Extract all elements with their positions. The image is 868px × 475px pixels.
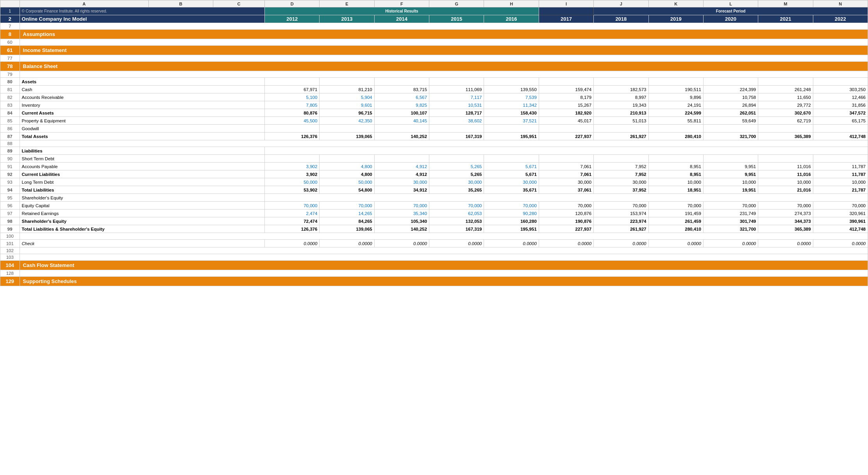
- ta-d: 126,376: [265, 133, 320, 140]
- ltd-label: Long Term Debt: [20, 178, 264, 186]
- row-85-ppe: 85 Property & Equipment 45,500 42,350 40…: [0, 117, 868, 125]
- cash-k: 190,511: [648, 86, 703, 93]
- tl-i: 37,061: [539, 186, 593, 194]
- row-num-94: 94: [0, 186, 20, 194]
- cash-h: 139,550: [484, 86, 539, 93]
- year-2020: 2020: [703, 15, 758, 23]
- current-assets-label: Current Assets: [20, 109, 264, 117]
- ar-e: 5,904: [320, 93, 374, 101]
- ca-n: 347,572: [813, 109, 868, 117]
- forecast-header: Forecast Period: [594, 7, 868, 15]
- year-2012: 2012: [265, 15, 320, 23]
- row-num-98: 98: [0, 217, 20, 225]
- assets-label: Assets: [20, 78, 264, 86]
- ec-j: 70,000: [594, 202, 648, 210]
- ar-m: 11,650: [758, 93, 813, 101]
- ap-k: 8,951: [648, 163, 703, 170]
- check-i: 0.0000: [539, 240, 593, 247]
- row-128: 128: [0, 270, 868, 277]
- spreadsheet: A B C D E F G H I J K L M N 1 © Corporat…: [0, 0, 868, 286]
- year-2013: 2013: [320, 15, 374, 23]
- year-2022: 2022: [813, 15, 868, 23]
- row-92-cl: 92 Current Liabilities 3,902 4,800 4,912…: [0, 170, 868, 178]
- cl-n: 11,787: [813, 170, 868, 178]
- row-96-ec: 96 Equity Capital 70,000 70,000 70,000 7…: [0, 202, 868, 210]
- row-num-77: 77: [0, 55, 20, 62]
- row-82-ar: 82 Accounts Receivable 5,100 5,904 6,567…: [0, 93, 868, 101]
- ta-j: 261,927: [594, 133, 648, 140]
- ltd-h: 30,000: [484, 178, 539, 186]
- year-2017: 2017: [539, 15, 593, 23]
- year-2015: 2015: [429, 15, 484, 23]
- row-60: 60: [0, 39, 868, 46]
- row-79: 79: [0, 71, 868, 78]
- cash-d: 67,971: [265, 86, 320, 93]
- ppe-d: 45,500: [265, 117, 320, 125]
- cashflow-header: Cash Flow Statement: [20, 261, 868, 270]
- she-i: 190,876: [539, 217, 593, 225]
- row-num-104: 104: [0, 261, 20, 270]
- ca-g: 128,717: [429, 109, 484, 117]
- check-e: 0.0000: [320, 240, 374, 247]
- ec-e: 70,000: [320, 202, 374, 210]
- re-n: 320,961: [813, 210, 868, 217]
- cl-k: 8,951: [648, 170, 703, 178]
- row-81-cash: 81 Cash 67,971 81,210 83,715 111,069 139…: [0, 86, 868, 93]
- ltd-e: 50,000: [320, 178, 374, 186]
- row-num-1: 1: [0, 7, 20, 15]
- ppe-n: 65,175: [813, 117, 868, 125]
- cash-g: 111,069: [429, 86, 484, 93]
- ap-f: 4,912: [374, 163, 429, 170]
- inv-f: 9,825: [374, 101, 429, 109]
- check-k: 0.0000: [648, 240, 703, 247]
- goodwill-label: Goodwill: [20, 125, 264, 133]
- ar-j: 8,997: [594, 93, 648, 101]
- row-num-103: 103: [0, 254, 20, 261]
- row-num-61: 61: [0, 46, 20, 55]
- ltd-i: 30,000: [539, 178, 593, 186]
- she-label: Shareholder's Equity: [20, 217, 264, 225]
- col-f-header: F: [374, 0, 429, 7]
- cash-n: 303,250: [813, 86, 868, 93]
- year-2016: 2016: [484, 15, 539, 23]
- ppe-l: 59,649: [703, 117, 758, 125]
- she-l: 301,749: [703, 217, 758, 225]
- row-83-inventory: 83 Inventory 7,805 9,601 9,825 10,531 11…: [0, 101, 868, 109]
- ca-e: 96,715: [320, 109, 374, 117]
- row-80-assets: 80 Assets: [0, 78, 868, 86]
- row-1: 1 © Corporate Finance Institute. All rig…: [0, 7, 868, 15]
- row-num-83: 83: [0, 101, 20, 109]
- cash-f: 83,715: [374, 86, 429, 93]
- tlse-l: 321,700: [703, 225, 758, 233]
- tlse-n: 412,748: [813, 225, 868, 233]
- row-num-80: 80: [0, 78, 20, 86]
- cash-e: 81,210: [320, 86, 374, 93]
- row-90-std: 90 Short Term Debt: [0, 155, 868, 163]
- col-i-header: I: [539, 0, 593, 7]
- ta-l: 321,700: [703, 133, 758, 140]
- ta-h: 195,951: [484, 133, 539, 140]
- col-b-header: B: [148, 0, 213, 7]
- tl-l: 19,951: [703, 186, 758, 194]
- she-k: 261,459: [648, 217, 703, 225]
- assumptions-header: Assumptions: [20, 30, 868, 39]
- check-j: 0.0000: [594, 240, 648, 247]
- ltd-f: 30,000: [374, 178, 429, 186]
- ec-m: 70,000: [758, 202, 813, 210]
- ar-f: 6,567: [374, 93, 429, 101]
- ec-k: 70,000: [648, 202, 703, 210]
- ltd-m: 10,000: [758, 178, 813, 186]
- she-h: 160,280: [484, 217, 539, 225]
- row-num-82: 82: [0, 93, 20, 101]
- row-num-128: 128: [0, 270, 20, 277]
- cash-m: 261,248: [758, 86, 813, 93]
- ca-l: 262,051: [703, 109, 758, 117]
- equity-label: Shareholder's Equity: [20, 194, 264, 202]
- ppe-e: 42,350: [320, 117, 374, 125]
- ta-f: 140,252: [374, 133, 429, 140]
- balance-header: Balance Sheet: [20, 62, 868, 71]
- ec-f: 70,000: [374, 202, 429, 210]
- row-103: 103: [0, 254, 868, 261]
- spacer-i: [539, 7, 593, 15]
- ar-i: 8,179: [539, 93, 593, 101]
